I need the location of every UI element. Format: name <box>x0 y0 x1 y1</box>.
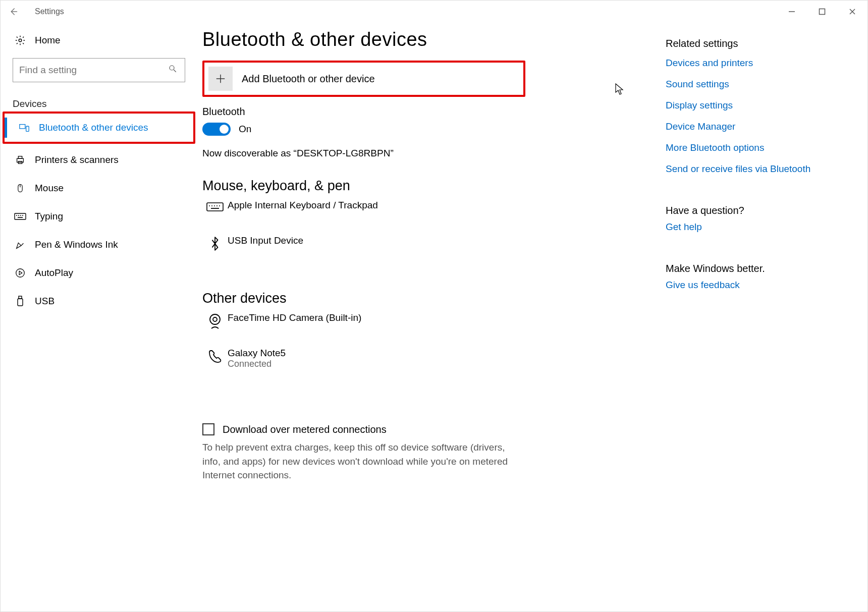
bluetooth-state: On <box>239 124 251 135</box>
camera-icon <box>202 312 228 330</box>
svg-point-33 <box>213 317 217 321</box>
link-bt-files[interactable]: Send or receive files via Bluetooth <box>666 163 847 175</box>
svg-rect-8 <box>26 126 29 131</box>
svg-rect-9 <box>17 158 24 162</box>
page-title: Bluetooth & other devices <box>202 29 645 50</box>
keyboard-icon <box>13 212 28 221</box>
maximize-button[interactable] <box>807 1 837 23</box>
feedback-head: Make Windows better. <box>666 263 847 274</box>
svg-rect-1 <box>820 9 825 15</box>
svg-rect-14 <box>15 213 26 219</box>
back-button[interactable] <box>6 7 21 16</box>
svg-rect-22 <box>18 299 23 306</box>
bluetooth-head: Bluetooth <box>202 106 645 118</box>
plus-icon <box>208 67 233 91</box>
phone-icon <box>202 348 228 364</box>
link-give-feedback[interactable]: Give us feedback <box>666 280 847 291</box>
bluetooth-toggle[interactable] <box>202 123 231 136</box>
question-head: Have a question? <box>666 205 847 216</box>
highlight-add-device: Add Bluetooth or other device <box>202 61 525 97</box>
link-device-manager[interactable]: Device Manager <box>666 121 847 132</box>
keyboard-device-icon <box>202 200 228 213</box>
sidebar-item-printers[interactable]: Printers & scanners <box>1 146 197 174</box>
svg-line-6 <box>174 70 176 72</box>
sidebar-category: Devices <box>1 91 197 113</box>
sidebar-item-mouse[interactable]: Mouse <box>1 174 197 202</box>
gear-icon <box>13 35 28 46</box>
link-more-bluetooth[interactable]: More Bluetooth options <box>666 142 847 153</box>
device-row[interactable]: FaceTime HD Camera (Built-in) <box>202 312 645 343</box>
sidebar-item-bluetooth[interactable]: Bluetooth & other devices <box>5 114 193 142</box>
svg-point-5 <box>170 66 174 70</box>
device-name: Apple Internal Keyboard / Trackpad <box>228 200 378 211</box>
device-status: Connected <box>228 359 286 369</box>
device-row[interactable]: USB Input Device <box>202 235 645 265</box>
sidebar-item-label: Typing <box>35 211 63 222</box>
main-content: Bluetooth & other devices Add Bluetooth … <box>197 23 666 611</box>
svg-rect-10 <box>18 156 22 159</box>
link-sound-settings[interactable]: Sound settings <box>666 79 847 90</box>
device-name: FaceTime HD Camera (Built-in) <box>228 312 361 323</box>
window-controls <box>777 1 867 23</box>
usb-icon <box>13 296 28 307</box>
minimize-icon <box>788 8 795 15</box>
sidebar-item-usb[interactable]: USB <box>1 287 197 315</box>
mouse-icon <box>13 183 28 194</box>
maximize-icon <box>819 8 826 15</box>
printer-icon <box>13 154 28 165</box>
device-row[interactable]: Galaxy Note5 Connected <box>202 348 645 378</box>
svg-rect-21 <box>19 296 22 299</box>
section-mkp: Mouse, keyboard, & pen <box>202 178 645 194</box>
home-label: Home <box>35 35 61 46</box>
metered-help: To help prevent extra charges, keep this… <box>202 440 515 482</box>
metered-checkbox[interactable] <box>202 423 214 435</box>
sidebar-item-label: Mouse <box>35 183 64 194</box>
pen-icon <box>13 239 28 250</box>
sidebar-item-pen[interactable]: Pen & Windows Ink <box>1 231 197 259</box>
window-title: Settings <box>35 7 64 16</box>
close-icon <box>849 8 856 15</box>
highlight-sidebar: Bluetooth & other devices <box>3 112 195 144</box>
device-row[interactable]: Apple Internal Keyboard / Trackpad <box>202 200 645 230</box>
sidebar-item-label: USB <box>35 296 55 307</box>
sidebar-item-label: Printers & scanners <box>35 154 119 165</box>
svg-point-20 <box>16 269 25 277</box>
home-link[interactable]: Home <box>1 28 197 53</box>
add-device-button[interactable]: Add Bluetooth or other device <box>208 67 519 91</box>
sidebar-item-label: Pen & Windows Ink <box>35 239 118 250</box>
section-other: Other devices <box>202 291 645 306</box>
related-settings-head: Related settings <box>666 38 847 49</box>
svg-point-4 <box>19 39 22 42</box>
link-devices-printers[interactable]: Devices and printers <box>666 58 847 69</box>
search-icon <box>168 64 177 73</box>
right-column: Related settings Devices and printers So… <box>666 23 867 611</box>
add-device-label: Add Bluetooth or other device <box>242 73 375 85</box>
link-display-settings[interactable]: Display settings <box>666 100 847 111</box>
sidebar-item-label: AutoPlay <box>35 267 73 279</box>
autoplay-icon <box>13 267 28 279</box>
close-button[interactable] <box>837 1 867 23</box>
device-name: Galaxy Note5 <box>228 348 286 359</box>
bluetooth-icon <box>202 235 228 251</box>
sidebar: Home Devices Bluetooth & other devices P… <box>1 23 197 611</box>
svg-point-32 <box>210 314 220 324</box>
svg-rect-25 <box>207 203 223 211</box>
discoverable-text: Now discoverable as “DESKTOP-LG8RBPN” <box>202 148 645 159</box>
minimize-button[interactable] <box>777 1 807 23</box>
link-get-help[interactable]: Get help <box>666 221 847 233</box>
sidebar-item-autoplay[interactable]: AutoPlay <box>1 259 197 287</box>
bluetooth-devices-icon <box>17 122 32 133</box>
device-name: USB Input Device <box>228 235 303 246</box>
svg-rect-7 <box>20 125 25 129</box>
back-arrow-icon <box>9 7 18 16</box>
search-input[interactable] <box>13 58 185 82</box>
metered-label: Download over metered connections <box>223 424 387 435</box>
search-wrap <box>1 53 197 91</box>
titlebar: Settings <box>1 1 867 23</box>
sidebar-item-label: Bluetooth & other devices <box>39 122 148 133</box>
sidebar-item-typing[interactable]: Typing <box>1 202 197 231</box>
